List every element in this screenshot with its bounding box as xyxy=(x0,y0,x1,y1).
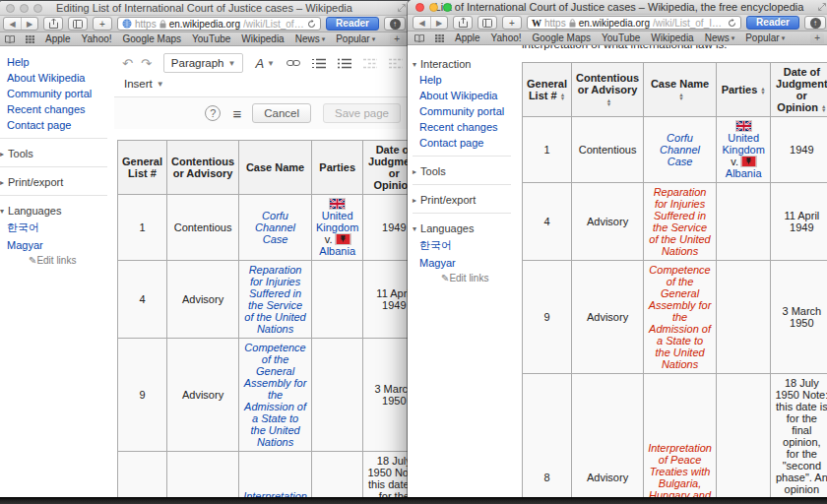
sidebar-section-print-export[interactable]: ▸Print/export xyxy=(413,194,518,206)
indent-icon[interactable] xyxy=(389,58,403,69)
outdent-icon[interactable] xyxy=(363,58,377,69)
bookmark-news[interactable]: News▾ xyxy=(705,32,735,43)
fullscreen-icon[interactable] xyxy=(818,3,826,11)
tab-bar-new-tab-button[interactable]: + xyxy=(810,32,824,43)
sidebar-item-item[interactable]: 한국어 xyxy=(419,238,518,253)
party-link[interactable]: United Kingdom xyxy=(722,132,764,156)
case-name-link[interactable]: Reparation for Injuries Suffered in the … xyxy=(649,186,710,257)
forward-button[interactable]: ▶ xyxy=(430,17,447,29)
case-name-link[interactable]: Interpretation of Peace Treaties with Bu… xyxy=(648,442,712,498)
paragraph-style-dropdown[interactable]: Paragraph ▼ xyxy=(163,53,244,73)
sidebar-item-about-wikipedia[interactable]: About Wikipedia xyxy=(419,90,518,101)
title-bar[interactable]: Editing List of International Court of J… xyxy=(0,1,411,16)
zoom-window-button[interactable] xyxy=(33,4,42,13)
link-icon[interactable] xyxy=(286,59,300,67)
cancel-button[interactable]: Cancel xyxy=(252,103,311,123)
reader-button[interactable]: Reader xyxy=(326,17,379,31)
new-tab-button[interactable]: + xyxy=(93,17,112,31)
bookmark-news[interactable]: News▾ xyxy=(295,33,326,44)
case-name-link[interactable]: Competence of the General Assembly for t… xyxy=(649,264,712,370)
case-name-link[interactable]: Corfu Channel Case xyxy=(660,132,700,167)
bookmark-popular[interactable]: Popular▾ xyxy=(745,32,785,43)
tab-bar-new-tab-button[interactable]: + xyxy=(390,33,404,44)
column-header-contentious-or-advisory[interactable]: Contentious or Advisory▲▼ xyxy=(571,63,643,117)
case-name-link[interactable]: Competence of the General Assembly for t… xyxy=(244,342,307,448)
reading-list-icon[interactable] xyxy=(414,34,424,42)
sidebar-item-help[interactable]: Help xyxy=(7,56,114,68)
sidebar-section-tools[interactable]: ▸Tools xyxy=(413,165,518,177)
case-name-link[interactable]: Corfu Channel Case xyxy=(255,210,295,245)
sidebar-section-interaction[interactable]: ▾Interaction xyxy=(413,58,518,70)
numbered-list-icon[interactable] xyxy=(312,58,326,69)
reload-icon[interactable] xyxy=(728,19,736,28)
bookmark-google-maps[interactable]: Google Maps xyxy=(533,32,591,43)
bookmark-wikipedia[interactable]: Wikipedia xyxy=(651,32,693,43)
sidebar-reading-list-button[interactable] xyxy=(68,17,88,31)
bookmark-apple[interactable]: Apple xyxy=(455,32,480,43)
close-window-button[interactable] xyxy=(6,4,15,13)
sidebar-reading-list-button[interactable] xyxy=(477,16,497,30)
column-header-date-of-judgment-or-opinion[interactable]: Date of Judgment or Opinion▲▼ xyxy=(771,63,827,117)
sidebar-item-about-wikipedia[interactable]: About Wikipedia xyxy=(7,72,114,84)
edit-links[interactable]: ✎Edit links xyxy=(7,255,114,266)
downloads-button[interactable]: ↑ xyxy=(384,17,406,31)
sidebar-item-recent-changes[interactable]: Recent changes xyxy=(419,121,518,133)
bookmark-yahoo[interactable]: Yahoo! xyxy=(82,33,112,44)
column-header-parties[interactable]: Parties▲▼ xyxy=(716,63,770,117)
redo-icon[interactable]: ↷ xyxy=(141,56,152,71)
sidebar-section-tools[interactable]: ▸Tools xyxy=(0,148,114,159)
bookmark-youtube[interactable]: YouTube xyxy=(602,32,640,43)
top-sites-grid-icon[interactable] xyxy=(26,35,34,43)
bookmark-apple[interactable]: Apple xyxy=(45,33,71,44)
character-style-dropdown[interactable]: A ▼ xyxy=(255,56,275,71)
share-button[interactable] xyxy=(453,16,473,30)
back-button[interactable]: ◀ xyxy=(4,18,21,30)
zoom-window-button[interactable] xyxy=(443,3,452,12)
case-name-link[interactable]: Reparation for Injuries Suffered in the … xyxy=(244,264,305,335)
close-window-button[interactable] xyxy=(415,3,424,12)
sidebar-item-item[interactable]: 한국어 xyxy=(7,220,114,235)
sidebar-section-languages[interactable]: ▾Languages xyxy=(0,205,114,217)
downloads-button[interactable]: ↑ xyxy=(804,16,826,30)
reader-button[interactable]: Reader xyxy=(746,16,799,30)
undo-icon[interactable]: ↶ xyxy=(122,56,133,71)
sidebar-item-community-portal[interactable]: Community portal xyxy=(419,105,518,117)
edit-links[interactable]: ✎Edit links xyxy=(419,273,518,284)
sidebar-item-help[interactable]: Help xyxy=(419,74,518,86)
bookmark-wikipedia[interactable]: Wikipedia xyxy=(241,33,284,44)
forward-button[interactable]: ▶ xyxy=(21,18,37,30)
column-header-case-name[interactable]: Case Name▲▼ xyxy=(644,63,717,117)
top-sites-grid-icon[interactable] xyxy=(435,34,444,42)
reload-icon[interactable] xyxy=(307,20,316,29)
fullscreen-icon[interactable] xyxy=(398,4,406,12)
sidebar-item-contact-page[interactable]: Contact page xyxy=(419,137,518,149)
case-name-link[interactable]: Interpretation of Peace Treaties with Bu… xyxy=(243,490,307,497)
editor-toolbar-row2[interactable]: Insert ▼ xyxy=(114,76,411,96)
minimize-window-button[interactable] xyxy=(429,3,438,12)
back-button[interactable]: ◀ xyxy=(414,17,430,29)
hamburger-menu-icon[interactable]: ≡ xyxy=(232,105,240,122)
sidebar-section-languages[interactable]: ▾Languages xyxy=(413,222,518,234)
party-link[interactable]: Albania xyxy=(319,245,355,257)
minimize-window-button[interactable] xyxy=(20,4,29,13)
bookmark-yahoo[interactable]: Yahoo! xyxy=(491,32,522,43)
sidebar-item-contact-page[interactable]: Contact page xyxy=(7,119,114,131)
sidebar-item-magyar[interactable]: Magyar xyxy=(7,239,114,251)
title-bar[interactable]: List of International Court of Justice c… xyxy=(408,0,827,15)
share-button[interactable] xyxy=(43,17,63,31)
bookmark-google-maps[interactable]: Google Maps xyxy=(123,33,181,44)
reading-list-icon[interactable] xyxy=(5,35,15,43)
sidebar-item-community-portal[interactable]: Community portal xyxy=(7,88,114,99)
help-icon[interactable]: ? xyxy=(205,105,221,121)
sidebar-section-print-export[interactable]: ▸Print/export xyxy=(0,176,114,188)
address-bar[interactable]: https en.wikipedia.org /wiki/List_of_Int… xyxy=(117,17,321,31)
column-header-general-list[interactable]: General List #▲▼ xyxy=(523,63,572,117)
save-page-button[interactable]: Save page xyxy=(323,103,401,123)
new-tab-button[interactable]: + xyxy=(502,16,522,30)
bullet-list-icon[interactable] xyxy=(338,58,351,69)
sidebar-item-recent-changes[interactable]: Recent changes xyxy=(7,103,114,115)
bookmark-popular[interactable]: Popular▾ xyxy=(336,33,375,44)
party-link[interactable]: Albania xyxy=(726,167,762,179)
sidebar-item-magyar[interactable]: Magyar xyxy=(419,257,518,269)
bookmark-youtube[interactable]: YouTube xyxy=(192,33,230,44)
